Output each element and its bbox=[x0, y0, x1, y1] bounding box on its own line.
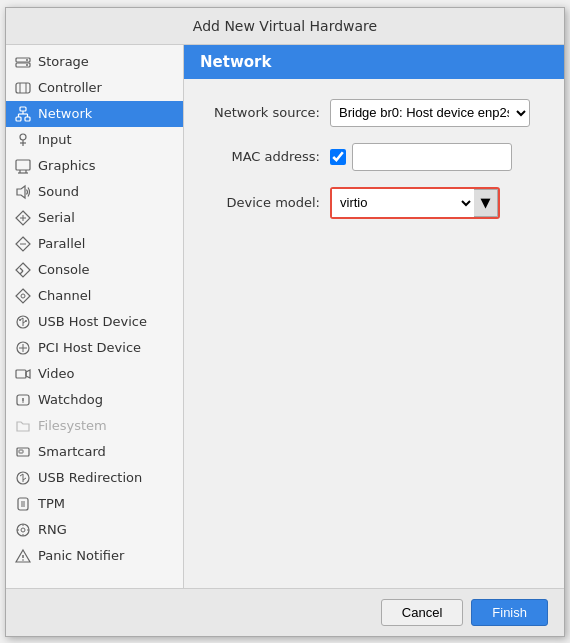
sidebar-item-usb-host[interactable]: USB Host Device bbox=[6, 309, 183, 335]
mac-address-row: MAC address: 52:54:00:47:f4:7c bbox=[200, 143, 548, 171]
storage-icon bbox=[14, 53, 32, 71]
sidebar-item-tpm[interactable]: TPM bbox=[6, 491, 183, 517]
usb-host-icon bbox=[14, 313, 32, 331]
tpm-icon bbox=[14, 495, 32, 513]
svg-point-64 bbox=[22, 559, 24, 561]
graphics-icon bbox=[14, 157, 32, 175]
svg-line-29 bbox=[20, 271, 23, 274]
sidebar-item-sound[interactable]: Sound bbox=[6, 179, 183, 205]
sidebar-label-tpm: TPM bbox=[38, 496, 65, 511]
sidebar-label-serial: Serial bbox=[38, 210, 75, 225]
svg-rect-7 bbox=[20, 107, 26, 111]
sidebar-item-graphics[interactable]: Graphics bbox=[6, 153, 183, 179]
sidebar-item-panic[interactable]: Panic Notifier bbox=[6, 543, 183, 569]
sidebar-label-graphics: Graphics bbox=[38, 158, 95, 173]
rng-icon bbox=[14, 521, 32, 539]
sidebar-item-controller[interactable]: Controller bbox=[6, 75, 183, 101]
svg-marker-27 bbox=[16, 263, 30, 277]
main-content: Network Network source: Bridge br0: Host… bbox=[184, 45, 564, 588]
smartcard-icon bbox=[14, 443, 32, 461]
svg-point-2 bbox=[26, 59, 28, 61]
input-icon bbox=[14, 131, 32, 149]
sidebar-label-filesystem: Filesystem bbox=[38, 418, 107, 433]
sound-icon bbox=[14, 183, 32, 201]
sidebar-item-usb-redir[interactable]: USB Redirection bbox=[6, 465, 183, 491]
svg-rect-41 bbox=[16, 370, 26, 378]
device-model-row: Device model: virtioe1000rtl8139ne2k_pci… bbox=[200, 187, 548, 219]
svg-marker-21 bbox=[17, 186, 25, 198]
cancel-button[interactable]: Cancel bbox=[381, 599, 463, 626]
sidebar-label-smartcard: Smartcard bbox=[38, 444, 106, 459]
sidebar-item-filesystem[interactable]: Filesystem bbox=[6, 413, 183, 439]
mac-checkbox[interactable] bbox=[330, 149, 346, 165]
channel-icon bbox=[14, 287, 32, 305]
sidebar-item-network[interactable]: Network bbox=[6, 101, 183, 127]
network-icon bbox=[14, 105, 32, 123]
dialog-footer: Cancel Finish bbox=[6, 588, 564, 636]
sidebar-item-rng[interactable]: RNG bbox=[6, 517, 183, 543]
sidebar-label-network: Network bbox=[38, 106, 92, 121]
serial-icon bbox=[14, 209, 32, 227]
finish-button[interactable]: Finish bbox=[471, 599, 548, 626]
section-header: Network bbox=[184, 45, 564, 79]
sidebar-item-parallel[interactable]: Parallel bbox=[6, 231, 183, 257]
panic-icon bbox=[14, 547, 32, 565]
device-model-control: virtioe1000rtl8139ne2k_pci ▼ bbox=[330, 187, 500, 219]
network-source-label: Network source: bbox=[200, 105, 320, 120]
sidebar: Storage Controller bbox=[6, 45, 184, 588]
sidebar-item-storage[interactable]: Storage bbox=[6, 49, 183, 75]
form-area: Network source: Bridge br0: Host device … bbox=[184, 79, 564, 239]
svg-point-45 bbox=[22, 401, 24, 403]
sidebar-label-controller: Controller bbox=[38, 80, 102, 95]
sidebar-label-rng: RNG bbox=[38, 522, 67, 537]
controller-icon bbox=[14, 79, 32, 97]
sidebar-item-channel[interactable]: Channel bbox=[6, 283, 183, 309]
network-source-control: Bridge br0: Host device enp2s0 ▼ bbox=[330, 99, 530, 127]
svg-marker-30 bbox=[16, 289, 30, 303]
svg-point-3 bbox=[26, 64, 28, 66]
sidebar-label-console: Console bbox=[38, 262, 90, 277]
dialog-body: Storage Controller bbox=[6, 45, 564, 588]
filesystem-icon bbox=[14, 417, 32, 435]
sidebar-label-input: Input bbox=[38, 132, 72, 147]
sidebar-label-panic: Panic Notifier bbox=[38, 548, 124, 563]
network-source-select[interactable]: Bridge br0: Host device enp2s0 ▼ bbox=[330, 99, 530, 127]
svg-point-57 bbox=[21, 528, 25, 532]
device-model-label: Device model: bbox=[200, 195, 320, 210]
console-icon bbox=[14, 261, 32, 279]
dialog-title: Add New Virtual Hardware bbox=[6, 8, 564, 45]
svg-rect-17 bbox=[16, 160, 30, 170]
svg-point-31 bbox=[21, 294, 25, 298]
svg-rect-4 bbox=[16, 83, 30, 93]
device-model-dropdown-btn[interactable]: ▼ bbox=[474, 189, 498, 217]
sidebar-label-parallel: Parallel bbox=[38, 236, 85, 251]
sidebar-item-video[interactable]: Video bbox=[6, 361, 183, 387]
sidebar-item-smartcard[interactable]: Smartcard bbox=[6, 439, 183, 465]
svg-point-14 bbox=[20, 134, 26, 140]
mac-input[interactable]: 52:54:00:47:f4:7c bbox=[352, 143, 512, 171]
network-source-row: Network source: Bridge br0: Host device … bbox=[200, 99, 548, 127]
sidebar-label-channel: Channel bbox=[38, 288, 91, 303]
sidebar-label-watchdog: Watchdog bbox=[38, 392, 103, 407]
sidebar-label-usb-host: USB Host Device bbox=[38, 314, 147, 329]
device-model-select[interactable]: virtioe1000rtl8139ne2k_pci bbox=[332, 189, 474, 217]
add-hardware-dialog: Add New Virtual Hardware Storage bbox=[5, 7, 565, 637]
sidebar-label-sound: Sound bbox=[38, 184, 79, 199]
mac-address-control: 52:54:00:47:f4:7c bbox=[330, 143, 512, 171]
sidebar-item-pci-host[interactable]: PCI Host Device bbox=[6, 335, 183, 361]
sidebar-label-storage: Storage bbox=[38, 54, 89, 69]
svg-point-36 bbox=[19, 319, 21, 321]
mac-address-label: MAC address: bbox=[200, 149, 320, 164]
sidebar-label-video: Video bbox=[38, 366, 74, 381]
sidebar-item-input[interactable]: Input bbox=[6, 127, 183, 153]
pci-host-icon bbox=[14, 339, 32, 357]
sidebar-label-pci-host: PCI Host Device bbox=[38, 340, 141, 355]
svg-rect-9 bbox=[25, 117, 30, 121]
svg-point-37 bbox=[25, 320, 27, 322]
parallel-icon bbox=[14, 235, 32, 253]
sidebar-item-watchdog[interactable]: Watchdog bbox=[6, 387, 183, 413]
sidebar-item-serial[interactable]: Serial bbox=[6, 205, 183, 231]
svg-marker-42 bbox=[26, 370, 30, 378]
sidebar-item-console[interactable]: Console bbox=[6, 257, 183, 283]
usb-redir-icon bbox=[14, 469, 32, 487]
